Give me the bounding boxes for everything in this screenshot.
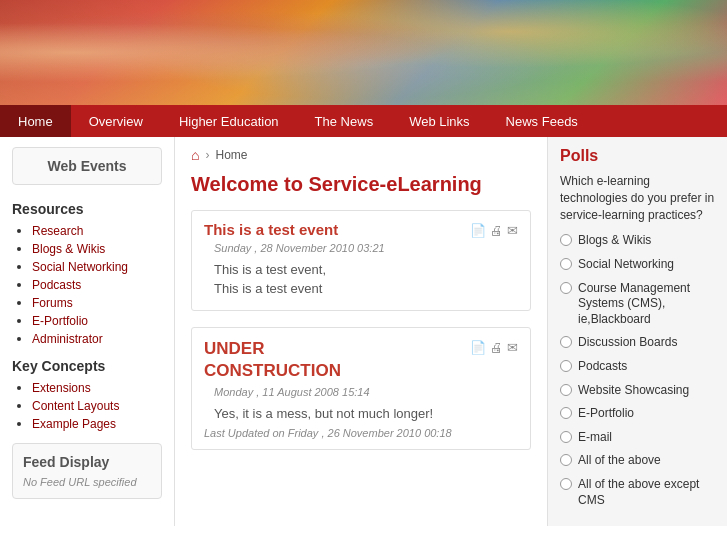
poll-radio-5[interactable] [560, 384, 572, 396]
list-item: Content Layouts [32, 398, 162, 413]
polls-title: Polls [560, 147, 715, 165]
breadcrumb-current: Home [215, 148, 247, 162]
print-icon-2[interactable]: 🖨 [490, 340, 503, 355]
concept-link-extensions[interactable]: Extensions [32, 381, 91, 395]
poll-radio-2[interactable] [560, 282, 572, 294]
header-banner [0, 0, 727, 105]
article-card-2: UNDERCONSTRUCTION 📄 🖨 ✉ Monday , 11 Augu… [191, 327, 531, 450]
nav-bar: Home Overview Higher Education The News … [0, 105, 727, 137]
resource-link-forums[interactable]: Forums [32, 296, 73, 310]
poll-label-9: All of the above except CMS [578, 477, 715, 508]
home-icon: ⌂ [191, 147, 199, 163]
main-layout: Web Events Resources Research Blogs & Wi… [0, 137, 727, 526]
poll-option-3[interactable]: Discussion Boards [560, 335, 715, 351]
print-icon[interactable]: 🖨 [490, 223, 503, 238]
poll-radio-7[interactable] [560, 431, 572, 443]
nav-home[interactable]: Home [0, 105, 71, 137]
center-content: ⌂ › Home Welcome to Service-eLearning Th… [175, 137, 547, 526]
article-title-row-2: UNDERCONSTRUCTION 📄 🖨 ✉ [204, 338, 518, 382]
article-icons-2: 📄 🖨 ✉ [470, 340, 518, 355]
nav-web-links[interactable]: Web Links [391, 105, 487, 137]
nav-the-news[interactable]: The News [297, 105, 392, 137]
feed-display-title: Feed Display [23, 454, 151, 470]
left-sidebar: Web Events Resources Research Blogs & Wi… [0, 137, 175, 526]
list-item: Social Networking [32, 259, 162, 274]
web-events-box: Web Events [12, 147, 162, 185]
key-concepts-heading: Key Concepts [12, 358, 162, 374]
resource-link-podcasts[interactable]: Podcasts [32, 278, 81, 292]
list-item: Administrator [32, 331, 162, 346]
article-body-1: This is a test event, This is a test eve… [214, 262, 518, 296]
list-item: Podcasts [32, 277, 162, 292]
poll-label-2: Course Management Systems (CMS), ie,Blac… [578, 281, 715, 328]
article-title-1: This is a test event [204, 221, 338, 238]
poll-radio-9[interactable] [560, 478, 572, 490]
list-item: Blogs & Wikis [32, 241, 162, 256]
poll-label-8: All of the above [578, 453, 661, 469]
poll-option-8[interactable]: All of the above [560, 453, 715, 469]
resource-link-admin[interactable]: Administrator [32, 332, 103, 346]
poll-option-6[interactable]: E-Portfolio [560, 406, 715, 422]
article-last-updated-2: Last Updated on Friday , 26 November 201… [204, 427, 518, 439]
page-title: Welcome to Service-eLearning [191, 173, 531, 196]
feed-display-box: Feed Display No Feed URL specified [12, 443, 162, 499]
resource-link-blogs[interactable]: Blogs & Wikis [32, 242, 105, 256]
nav-overview[interactable]: Overview [71, 105, 161, 137]
concept-link-content-layouts[interactable]: Content Layouts [32, 399, 119, 413]
article-date-2: Monday , 11 August 2008 15:14 [214, 386, 518, 398]
poll-label-0: Blogs & Wikis [578, 233, 651, 249]
feed-display-text: No Feed URL specified [23, 476, 151, 488]
poll-radio-4[interactable] [560, 360, 572, 372]
nav-news-feeds[interactable]: News Feeds [488, 105, 596, 137]
list-item: Research [32, 223, 162, 238]
list-item: E-Portfolio [32, 313, 162, 328]
poll-label-1: Social Networking [578, 257, 674, 273]
poll-label-4: Podcasts [578, 359, 627, 375]
pdf-icon[interactable]: 📄 [470, 223, 486, 238]
article-body-line: This is a test event, [214, 262, 518, 277]
resource-link-research[interactable]: Research [32, 224, 83, 238]
poll-option-0[interactable]: Blogs & Wikis [560, 233, 715, 249]
resource-link-eportfolio[interactable]: E-Portfolio [32, 314, 88, 328]
poll-radio-3[interactable] [560, 336, 572, 348]
nav-higher-education[interactable]: Higher Education [161, 105, 297, 137]
poll-option-5[interactable]: Website Showcasing [560, 383, 715, 399]
web-events-title: Web Events [23, 158, 151, 174]
breadcrumb-separator: › [205, 148, 209, 162]
poll-radio-8[interactable] [560, 454, 572, 466]
poll-label-6: E-Portfolio [578, 406, 634, 422]
article-title-row-1: This is a test event 📄 🖨 ✉ [204, 221, 518, 238]
email-icon[interactable]: ✉ [507, 223, 518, 238]
article-title-2: UNDERCONSTRUCTION [204, 338, 341, 382]
pdf-icon-2[interactable]: 📄 [470, 340, 486, 355]
list-item: Example Pages [32, 416, 162, 431]
poll-option-7[interactable]: E-mail [560, 430, 715, 446]
concept-link-example-pages[interactable]: Example Pages [32, 417, 116, 431]
key-concepts-list: Extensions Content Layouts Example Pages [12, 380, 162, 431]
article-body-2: Yes, it is a mess, but not much longer! [214, 406, 518, 421]
right-sidebar: Polls Which e-learning technologies do y… [547, 137, 727, 526]
poll-radio-0[interactable] [560, 234, 572, 246]
article-body-line: This is a test event [214, 281, 518, 296]
poll-option-2[interactable]: Course Management Systems (CMS), ie,Blac… [560, 281, 715, 328]
poll-label-3: Discussion Boards [578, 335, 677, 351]
article-card-1: This is a test event 📄 🖨 ✉ Sunday , 28 N… [191, 210, 531, 311]
header-image [0, 0, 727, 105]
poll-radio-1[interactable] [560, 258, 572, 270]
poll-radio-6[interactable] [560, 407, 572, 419]
poll-option-1[interactable]: Social Networking [560, 257, 715, 273]
article-body-line: Yes, it is a mess, but not much longer! [214, 406, 518, 421]
poll-option-9[interactable]: All of the above except CMS [560, 477, 715, 508]
poll-label-5: Website Showcasing [578, 383, 689, 399]
list-item: Extensions [32, 380, 162, 395]
article-date-1: Sunday , 28 November 2010 03:21 [214, 242, 518, 254]
resource-link-social[interactable]: Social Networking [32, 260, 128, 274]
email-icon-2[interactable]: ✉ [507, 340, 518, 355]
poll-option-4[interactable]: Podcasts [560, 359, 715, 375]
resources-heading: Resources [12, 201, 162, 217]
resources-list: Research Blogs & Wikis Social Networking… [12, 223, 162, 346]
polls-question: Which e-learning technologies do you pre… [560, 173, 715, 223]
list-item: Forums [32, 295, 162, 310]
article-icons-1: 📄 🖨 ✉ [470, 223, 518, 238]
breadcrumb: ⌂ › Home [191, 147, 531, 163]
